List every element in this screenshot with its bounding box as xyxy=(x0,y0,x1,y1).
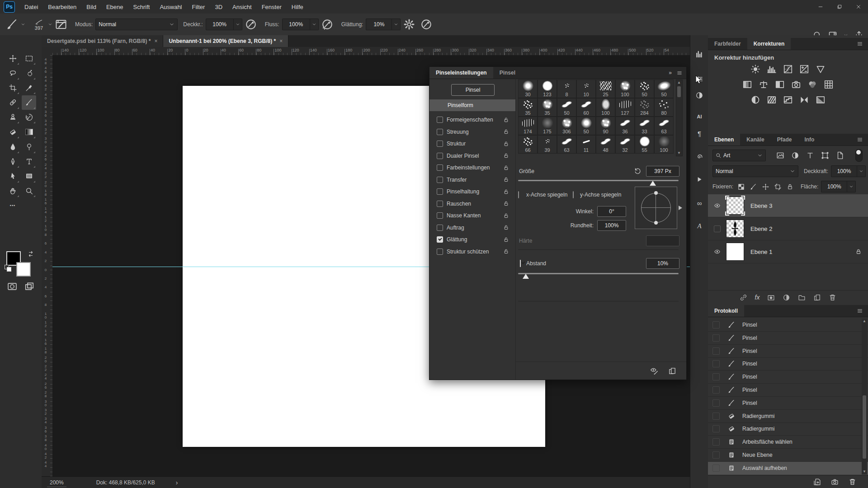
history-source-slot[interactable] xyxy=(712,465,720,472)
history-step-7[interactable]: Pinsel xyxy=(708,397,868,410)
tab-kanle[interactable]: Kanäle xyxy=(740,134,770,145)
farbton-saettigung-icon[interactable] xyxy=(742,80,753,89)
swap-colors-icon[interactable] xyxy=(27,250,34,258)
brush-setting-nasse-kanten[interactable]: Nasse Kanten xyxy=(429,210,515,221)
panel-bibliotheken[interactable] xyxy=(694,90,705,101)
history-source-slot[interactable] xyxy=(712,413,720,420)
tonwertkorrektur-icon[interactable] xyxy=(766,64,777,74)
checkbox[interactable] xyxy=(437,141,443,147)
size-input[interactable]: 397 Px xyxy=(646,166,679,177)
lock-brush-icon[interactable] xyxy=(750,183,757,190)
brush-preset[interactable]: 174 xyxy=(518,117,538,135)
brush-preset[interactable]: 36 xyxy=(615,117,635,135)
menu-filter[interactable]: Filter xyxy=(187,0,210,14)
lasso-tool[interactable] xyxy=(5,66,20,80)
chain-icon[interactable] xyxy=(740,294,747,301)
menu-bild[interactable]: Bild xyxy=(81,0,101,14)
panel-absatz[interactable]: ¶ xyxy=(694,128,705,139)
brush-preset[interactable]: 55 xyxy=(635,135,654,154)
brush-preset[interactable]: 66 xyxy=(518,135,538,154)
layer-filter-select[interactable]: Art xyxy=(712,150,766,161)
panel-menu-icon[interactable] xyxy=(856,137,863,142)
brush-preset[interactable]: 60 xyxy=(576,98,596,117)
scroll-up-icon[interactable]: ▲ xyxy=(863,319,866,323)
checkbox[interactable] xyxy=(437,153,443,159)
verlaufsumsetzung-icon[interactable] xyxy=(799,95,810,105)
layer-fill-value[interactable]: 100% xyxy=(821,181,847,192)
lock-move-icon[interactable] xyxy=(762,183,769,190)
default-colors-icon[interactable] xyxy=(5,265,12,272)
preview-brush-icon[interactable] xyxy=(650,367,658,375)
eyedropper-tool[interactable] xyxy=(22,80,36,95)
tab-pfade[interactable]: Pfade xyxy=(771,134,798,145)
schwarzweiss-icon[interactable] xyxy=(774,80,785,89)
visibility-toggle[interactable] xyxy=(708,249,726,255)
pressure-opacity-icon[interactable] xyxy=(245,19,257,30)
checkbox[interactable] xyxy=(437,225,443,231)
brush-angle-widget[interactable] xyxy=(635,187,677,229)
horizontal-ruler[interactable]: 1401201008060402002040608010012014016018… xyxy=(52,47,690,56)
tab-close-icon[interactable]: × xyxy=(154,38,157,44)
folder-icon[interactable] xyxy=(798,294,806,301)
history-brush-tool[interactable] xyxy=(22,110,36,124)
lock-open-icon[interactable] xyxy=(503,165,509,171)
flow-dropdown[interactable] xyxy=(310,19,319,30)
visibility-toggle[interactable] xyxy=(708,225,726,232)
history-source-slot[interactable] xyxy=(712,451,720,459)
brush-preset[interactable]: 35 xyxy=(518,98,538,117)
lock-open-icon[interactable] xyxy=(503,249,509,254)
document-tab-1[interactable]: Desertgate.psd bei 113% (Farn, RGB/8) *× xyxy=(42,35,163,47)
lock-checker-icon[interactable] xyxy=(738,183,745,190)
toggle-brush-panel-icon[interactable] xyxy=(55,19,67,30)
brush-preset[interactable]: 90 xyxy=(596,117,615,135)
menu-ansicht[interactable]: Ansicht xyxy=(227,0,257,14)
filter-toggle[interactable] xyxy=(855,149,863,162)
opacity-dropdown[interactable] xyxy=(234,19,242,30)
opacity-value[interactable]: 100% xyxy=(206,19,234,30)
blur-tool[interactable] xyxy=(5,140,20,154)
lock-open-icon[interactable] xyxy=(503,201,509,206)
clone-stamp-tool[interactable] xyxy=(5,110,20,124)
tab-pinseleinstellungen[interactable]: Pinseleinstellungen xyxy=(429,67,493,79)
pen-tool[interactable] xyxy=(5,154,20,169)
chevron-down-icon[interactable] xyxy=(48,22,52,27)
brush-setting-farbeinstellungen[interactable]: Farbeinstellungen xyxy=(429,162,515,174)
history-source-slot[interactable] xyxy=(712,438,720,446)
panel-menu-icon[interactable] xyxy=(676,70,683,75)
menu-schrift[interactable]: Schrift xyxy=(128,0,155,14)
smoothing-pen-icon[interactable] xyxy=(420,19,432,30)
trash-icon[interactable] xyxy=(849,478,856,486)
filter-page-icon[interactable] xyxy=(835,151,844,160)
newlayer-icon[interactable] xyxy=(813,294,821,301)
history-source-slot[interactable] xyxy=(712,386,720,394)
history-step-3[interactable]: Pinsel xyxy=(708,345,868,358)
new-brush-icon[interactable] xyxy=(668,367,676,375)
checkbox[interactable] xyxy=(437,201,443,207)
marquee-tool[interactable] xyxy=(22,51,36,66)
brush-preset[interactable]: 100 xyxy=(654,135,674,154)
status-chevron[interactable]: › xyxy=(176,479,178,486)
vertical-ruler[interactable]: 4846444240383634323028262422201816141210… xyxy=(42,55,53,476)
brush-setting-struktur-sch-tzen[interactable]: Struktur schützen xyxy=(429,246,515,258)
flip-y-checkbox[interactable] xyxy=(573,191,574,198)
brush-shape-item[interactable]: Pinselform xyxy=(429,99,515,111)
layer-thumbnail[interactable] xyxy=(726,220,744,238)
brush-preset[interactable]: 100 xyxy=(596,98,615,117)
panel-menu-icon[interactable] xyxy=(856,41,863,47)
move-tool[interactable] xyxy=(5,51,20,66)
tool-preset-brush-icon[interactable] xyxy=(6,19,18,30)
tab-protokoll[interactable]: Protokoll xyxy=(708,305,744,317)
lock-open-icon[interactable] xyxy=(503,141,509,147)
path-selection-tool[interactable] xyxy=(5,169,20,183)
flow-value[interactable]: 100% xyxy=(282,19,310,30)
tab-close-icon[interactable]: × xyxy=(279,38,283,44)
belichtung-icon[interactable] xyxy=(799,64,810,74)
halfc-icon[interactable] xyxy=(783,294,790,301)
scroll-down-icon[interactable]: ▼ xyxy=(863,470,866,474)
crop-tool[interactable] xyxy=(5,80,20,95)
lock-open-icon[interactable] xyxy=(503,117,509,123)
close-button[interactable] xyxy=(849,0,868,14)
brush-preset[interactable]: 63 xyxy=(654,117,674,135)
brush-preset[interactable]: 32 xyxy=(615,135,635,154)
checkbox[interactable] xyxy=(437,164,443,171)
